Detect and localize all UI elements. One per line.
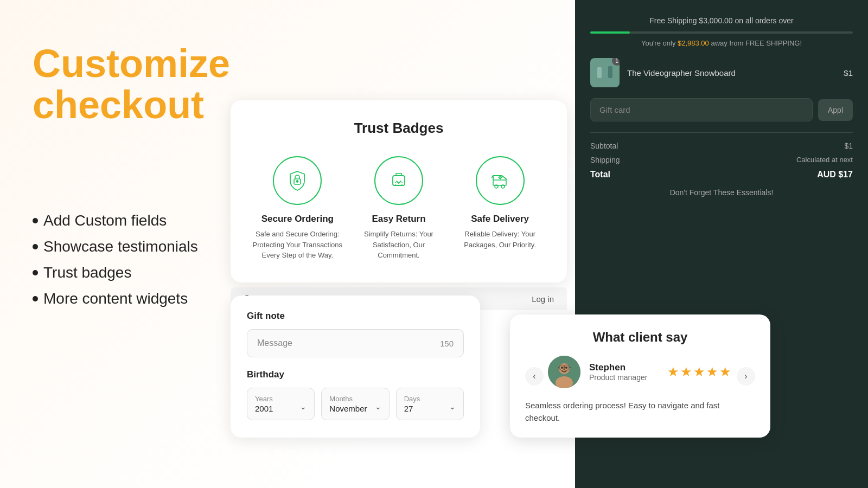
testimonial-card: What client say ‹	[510, 314, 770, 438]
bullet-icon-3	[33, 270, 38, 275]
free-shipping-text: Free Shipping $3,000.00 on all orders ov…	[590, 16, 853, 25]
secure-ordering-icon	[273, 156, 322, 205]
shipping-label: Shipping	[590, 156, 620, 164]
gift-birthday-card: Gift note Message 150 Birthday Years 200…	[231, 296, 480, 438]
product-name: The Videographer Snowboard	[627, 68, 836, 78]
message-placeholder: Message	[257, 338, 292, 348]
testimonial-prev-button[interactable]: ‹	[525, 367, 544, 386]
order-totals: Subtotal $1 Shipping Calculated at next …	[590, 132, 853, 179]
month-select[interactable]: Months November ⌄	[321, 388, 389, 420]
gift-card-row: Gift card Appl	[590, 98, 853, 121]
badge-safe-delivery: Safe Delivery Reliable Delivery: Your Pa…	[455, 156, 545, 261]
testimonial-quote: Seamless ordering process! Easy to navig…	[525, 399, 755, 425]
year-select[interactable]: Years 2001 ⌄	[247, 388, 315, 420]
svg-point-14	[561, 367, 563, 369]
bullet-icon-1	[33, 218, 38, 223]
testimonial-header-row: ‹ Steph	[525, 356, 755, 397]
total-label: Total	[590, 170, 610, 179]
product-thumbnail: 1	[590, 58, 620, 87]
svg-rect-9	[603, 68, 607, 78]
shipping-row: Shipping Calculated at next	[590, 156, 853, 164]
safe-delivery-icon	[476, 156, 525, 205]
day-select-value: 27	[404, 404, 420, 413]
essentials-label: Don't Forget These Essentials!	[590, 188, 853, 197]
person-role: Product manager	[589, 373, 659, 382]
feature-item-4: More content widgets	[33, 290, 239, 307]
away-amount: $2,983.00	[678, 39, 709, 47]
badge-delivery-desc: Reliable Delivery: Your Packages, Our Pr…	[455, 229, 545, 250]
birthday-row: Years 2001 ⌄ Months November ⌄ Days 27 ⌄	[247, 388, 464, 420]
login-link[interactable]: Log in	[532, 294, 554, 304]
testimonial-title: What client say	[525, 330, 755, 345]
shipping-value: Calculated at next	[796, 156, 853, 164]
bullet-icon-2	[33, 244, 38, 249]
day-select[interactable]: Days 27 ⌄	[396, 388, 464, 420]
product-row: 1 The Videographer Snowboard $1	[590, 58, 853, 87]
svg-rect-10	[608, 66, 612, 78]
star-rating: ★★★★★	[667, 364, 732, 380]
badge-delivery-name: Safe Delivery	[471, 214, 529, 224]
day-chevron-icon: ⌄	[449, 402, 456, 411]
person-name: Stephen	[589, 362, 659, 373]
gift-note-label: Gift note	[247, 311, 464, 322]
bullet-icon-4	[33, 296, 38, 301]
easy-return-icon	[374, 156, 423, 205]
trust-badges-title: Trust Badges	[252, 120, 545, 137]
feature-list: Add Custom fields Showcase testimonials …	[33, 212, 239, 307]
avatar	[548, 356, 580, 388]
testimonial-person: Stephen Product manager ★★★★★	[548, 356, 732, 388]
shipping-progress-fill	[590, 31, 630, 34]
hero-section: Customize checkout Add Custom fields Sho…	[33, 43, 239, 316]
year-select-label: Years	[255, 395, 273, 403]
subtotal-label: Subtotal	[590, 142, 618, 150]
year-select-value: 2001	[255, 404, 273, 413]
main-title: Customize checkout	[33, 43, 239, 125]
badge-easy-return: Easy Return Simplify Returns: Your Satis…	[354, 156, 444, 261]
badge-secure-ordering: Secure Ordering Safe and Secure Ordering…	[252, 156, 343, 261]
svg-rect-4	[393, 176, 405, 185]
badge-secure-name: Secure Ordering	[261, 214, 334, 224]
gift-card-input[interactable]: Gift card	[590, 98, 813, 121]
person-info: Stephen Product manager	[589, 362, 659, 382]
total-value: AUD $17	[817, 170, 853, 179]
message-box[interactable]: Message 150	[247, 329, 464, 357]
stars-row: ★★★★★	[667, 364, 732, 380]
subtotal-value: $1	[844, 142, 853, 150]
product-price: $1	[844, 68, 853, 78]
day-select-label: Days	[404, 395, 420, 403]
feature-item-1: Add Custom fields	[33, 212, 239, 229]
badge-secure-desc: Safe and Secure Ordering: Protecting You…	[252, 229, 343, 261]
month-chevron-icon: ⌄	[375, 402, 381, 411]
feature-item-3: Trust badges	[33, 264, 239, 281]
subtotal-row: Subtotal $1	[590, 142, 853, 150]
total-row: Total AUD $17	[590, 170, 853, 179]
apply-button[interactable]: Appl	[818, 99, 853, 121]
month-select-label: Months	[329, 395, 367, 403]
trust-badges-card: Trust Badges Secure Ordering Safe and Se…	[231, 100, 567, 282]
month-select-value: November	[329, 404, 367, 413]
feature-item-2: Showcase testimonials	[33, 238, 239, 255]
svg-rect-5	[493, 180, 506, 185]
shipping-progress-bar	[590, 31, 853, 34]
trust-badges-list: Secure Ordering Safe and Secure Ordering…	[252, 156, 545, 261]
birthday-label: Birthday	[247, 369, 464, 380]
svg-rect-8	[597, 67, 602, 78]
testimonial-next-button[interactable]: ›	[737, 367, 755, 386]
badge-return-desc: Simplify Returns: Your Satisfaction, Our…	[354, 229, 444, 261]
message-count: 150	[440, 339, 454, 348]
svg-point-15	[565, 367, 567, 369]
svg-point-3	[297, 181, 298, 182]
year-chevron-icon: ⌄	[300, 402, 307, 411]
badge-return-name: Easy Return	[372, 214, 425, 224]
shipping-away-text: You're only $2,983.00 away from FREE SHI…	[590, 39, 853, 47]
